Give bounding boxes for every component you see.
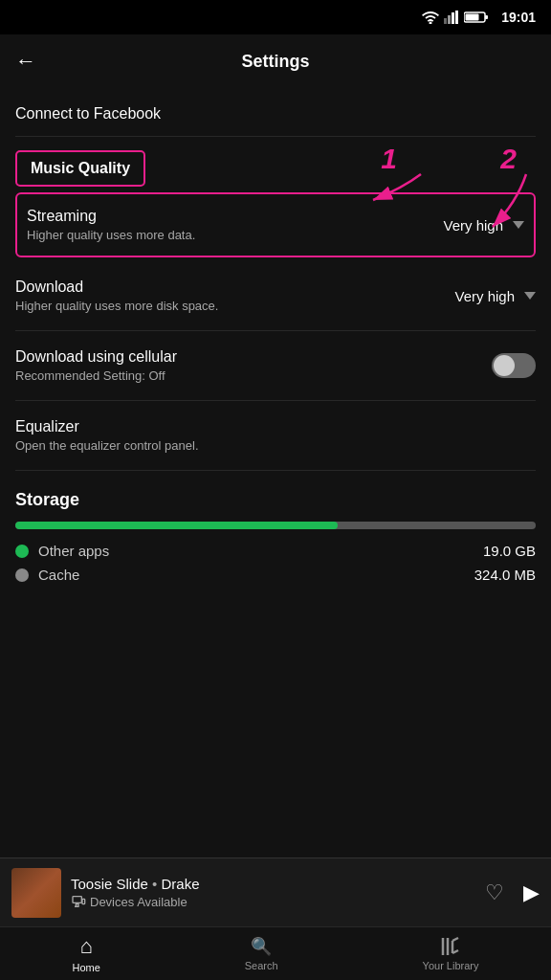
download-value[interactable]: Very high: [454, 288, 536, 304]
now-playing-bar[interactable]: Toosie Slide • Drake Devices Available ♡…: [0, 858, 551, 926]
streaming-chevron: [513, 221, 524, 229]
battery-icon: [464, 11, 489, 24]
streaming-sublabel: Higher quality uses more data.: [27, 228, 443, 242]
wifi-icon: [422, 11, 439, 24]
back-button[interactable]: ←: [15, 49, 36, 74]
now-playing-controls: ♡ ▶: [485, 880, 540, 905]
streaming-label: Streaming: [27, 208, 443, 225]
status-icons: 19:01: [422, 10, 536, 25]
equalizer-sublabel: Open the equalizer control panel.: [15, 438, 536, 453]
music-quality-header: Music Quality: [15, 150, 145, 187]
streaming-setting-row[interactable]: Streaming Higher quality uses more data.…: [15, 192, 536, 257]
svg-rect-4: [455, 11, 458, 24]
nav-search[interactable]: 🔍 Search: [245, 936, 278, 971]
device-status: Devices Available: [71, 894, 475, 909]
equalizer-setting-row[interactable]: Equalizer Open the equalizer control pan…: [15, 401, 536, 471]
download-chevron: [524, 292, 536, 300]
cellular-sublabel: Recommended Setting: Off: [15, 368, 492, 383]
svg-line-16: [452, 938, 458, 941]
home-label: Home: [72, 962, 99, 973]
storage-bar-fill: [15, 522, 338, 529]
toggle-knob: [494, 355, 515, 376]
storage-item-1: Cache 324.0 MB: [15, 567, 536, 583]
cellular-label: Download using cellular: [15, 348, 492, 366]
svg-rect-10: [73, 897, 81, 903]
streaming-value[interactable]: Very high: [443, 217, 524, 234]
page-title: Settings: [241, 52, 309, 72]
album-art: [11, 868, 61, 918]
settings-content: Connect to Facebook 1 2: [0, 88, 551, 858]
nav-library[interactable]: Your Library: [423, 936, 479, 971]
download-label: Download: [15, 278, 454, 296]
storage-bar: [15, 522, 536, 529]
svg-rect-3: [452, 12, 454, 24]
album-art-image: [11, 868, 61, 918]
nav-home[interactable]: ⌂ Home: [72, 934, 99, 973]
svg-point-0: [430, 22, 432, 25]
annotation-1: 1: [381, 143, 397, 175]
signal-icon: [444, 11, 459, 24]
storage-dot-1: [15, 568, 29, 582]
svg-rect-13: [82, 899, 85, 903]
bottom-nav: ⌂ Home 🔍 Search Your Library: [0, 926, 551, 980]
storage-label-0: Other apps: [38, 543, 474, 559]
time-display: 19:01: [501, 10, 536, 25]
annotation-2: 2: [500, 143, 517, 175]
streaming-setting-left: Streaming Higher quality uses more data.: [27, 208, 443, 242]
cellular-setting-left: Download using cellular Recommended Sett…: [15, 348, 492, 383]
search-icon: 🔍: [251, 936, 272, 957]
storage-label-1: Cache: [38, 567, 465, 583]
track-title: Toosie Slide • Drake: [71, 876, 475, 892]
cellular-setting-row[interactable]: Download using cellular Recommended Sett…: [15, 331, 536, 401]
svg-rect-2: [448, 15, 451, 24]
storage-header: Storage: [15, 471, 536, 522]
storage-item-0: Other apps 19.0 GB: [15, 543, 536, 559]
library-label: Your Library: [423, 960, 479, 971]
like-button[interactable]: ♡: [485, 880, 504, 905]
download-sublabel: Higher quality uses more disk space.: [15, 299, 454, 313]
equalizer-label: Equalizer: [15, 418, 536, 435]
storage-value-1: 324.0 MB: [474, 567, 536, 583]
home-icon: ⌂: [79, 934, 92, 959]
library-icon: [439, 936, 462, 957]
cellular-toggle[interactable]: [492, 353, 536, 378]
svg-rect-7: [466, 14, 479, 21]
storage-dot-0: [15, 545, 29, 558]
search-label: Search: [245, 960, 278, 971]
svg-rect-1: [444, 18, 447, 24]
download-setting-left: Download Higher quality uses more disk s…: [15, 278, 454, 313]
app-header: ← Settings: [0, 34, 551, 88]
equalizer-setting-left: Equalizer Open the equalizer control pan…: [15, 418, 536, 453]
device-icon: [71, 894, 86, 909]
svg-rect-6: [485, 15, 488, 19]
play-button[interactable]: ▶: [523, 880, 540, 905]
storage-value-0: 19.0 GB: [483, 543, 536, 559]
status-bar: 19:01: [0, 0, 551, 34]
now-playing-info: Toosie Slide • Drake Devices Available: [71, 876, 475, 909]
connect-facebook-item[interactable]: Connect to Facebook: [15, 88, 536, 137]
download-setting-row[interactable]: Download Higher quality uses more disk s…: [15, 261, 536, 331]
